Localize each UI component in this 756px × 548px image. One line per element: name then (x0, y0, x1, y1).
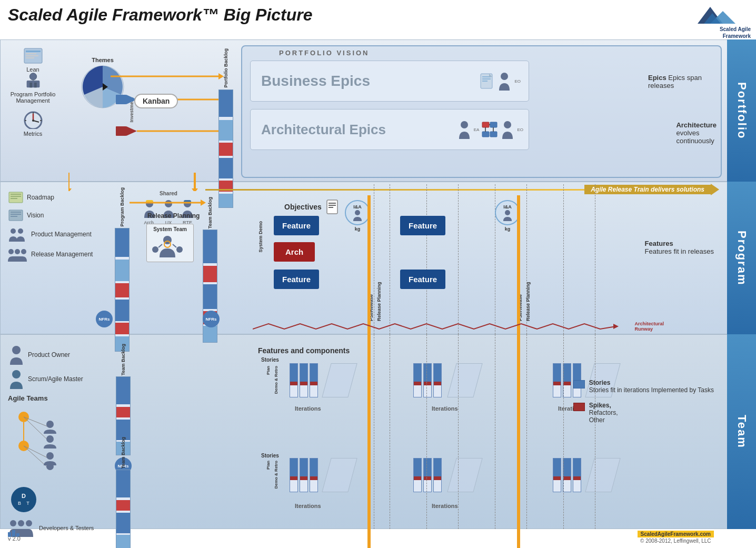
svg-point-86 (12, 346, 21, 354)
art-label: Agile Release Train delivers solutions (584, 185, 711, 194)
orange-psi-arrow-1 (367, 195, 371, 332)
svg-text:D: D (22, 493, 26, 499)
svg-point-40 (461, 121, 468, 128)
svg-point-62 (18, 228, 23, 234)
stories-label-1: Stories (261, 357, 279, 363)
logo-area: Scaled Agile Framework (667, 3, 751, 39)
eo-label-2: EO (517, 127, 523, 132)
agile-teams-hierarchy (8, 406, 92, 480)
svg-line-92 (24, 417, 50, 442)
iter-bar-t1-3 (310, 363, 318, 397)
svg-point-97 (46, 452, 54, 460)
iter-bar-t3-2 (563, 363, 571, 397)
svg-point-63 (8, 249, 14, 254)
iter-bar-b1-1 (290, 458, 298, 492)
iter-bars-top-1 (290, 363, 318, 397)
legend-area: Stories Stories fit in iterations Implem… (573, 379, 714, 424)
ppm-item: Program Portfolio Management (8, 71, 58, 104)
portfolio-backlog-label: Portfolio Backlog (223, 48, 228, 88)
team-dashed-7 (563, 334, 564, 529)
svg-point-73 (176, 246, 183, 253)
metrics-label: Metrics (24, 131, 42, 137)
ia-kg-2: kg (495, 226, 520, 232)
team-band-label: Team (727, 334, 756, 529)
iter-bar-b2-3 (433, 458, 442, 492)
team-backlog-2-label: Team Backlog (121, 437, 126, 469)
portfolio-vision-label: PORTFOLIO VISION (279, 49, 370, 57)
legend-spikes-desc: Refactors,Other (589, 409, 618, 424)
nfrs-label-program: NFRs (96, 311, 113, 327)
svg-rect-67 (146, 200, 153, 203)
team-band (0, 334, 756, 529)
themes-icon: Themes (74, 53, 132, 111)
system-team-label: System Team (149, 226, 191, 232)
dashed-line-7 (563, 184, 564, 334)
svg-rect-41 (482, 122, 489, 127)
ia-kg-1: kg (345, 226, 370, 232)
business-epics-box: Business Epics EO (250, 61, 529, 102)
iterations-label-b1: Iterations (295, 503, 321, 509)
legend-stories-box (573, 380, 585, 388)
release-planning-vert-2: Release Planning (525, 205, 531, 321)
team-dashed-3 (426, 334, 427, 529)
svg-rect-7 (26, 57, 34, 58)
nfrs-badge-team-program: NFRs (203, 311, 220, 327)
logo-icon (682, 3, 751, 26)
team-dashed-4 (458, 334, 459, 529)
ia-badge-2: I&A kg (495, 200, 520, 232)
svg-point-65 (21, 249, 26, 254)
arch-runway-label: ArchitecturalRunway (634, 321, 664, 332)
plan-label-2: Plan (266, 461, 271, 470)
svg-point-95 (46, 421, 54, 428)
epics-span-bold: Epics (648, 74, 667, 82)
svg-text:Themes: Themes (92, 57, 114, 63)
arch-epics-person-eo (500, 120, 515, 139)
arch-evolves-text2: continuously (676, 137, 717, 145)
orange-psi-arrow-down-1 (367, 332, 371, 548)
features-bold: Features (644, 240, 673, 247)
kanban-box: Kanban (134, 94, 178, 108)
legend-stories-bold: Stories (589, 379, 611, 386)
agile-teams-label: Agile Teams (8, 394, 94, 402)
ia-person-1 (352, 210, 363, 221)
arch-evolves-text: evolves (676, 129, 717, 137)
svg-text:B: B (18, 501, 21, 506)
stories-label-2: Stories (261, 453, 279, 459)
team-backlog-program-label: Team Backlog (207, 197, 213, 228)
roadmap-item: Roadmap Vision Product Management (8, 191, 93, 262)
dbt-icon: D B T (8, 485, 39, 514)
metrics-icon (23, 111, 44, 129)
feature-box-2: Feature (274, 270, 319, 289)
vision-label: Vision (27, 212, 44, 219)
architecture-evolves: Architecture evolves continuously (676, 121, 717, 145)
arch-box: Arch (274, 242, 315, 262)
copyright-domain: ScaledAgileFramework.com (638, 531, 714, 537)
svg-rect-4 (26, 51, 41, 52)
feature-box-1: Feature (274, 216, 319, 235)
ppm-label: Program Portfolio Management (8, 91, 58, 104)
ia-badge-1: I&A kg (345, 200, 370, 232)
team-backlog-1-label: Team Backlog (121, 344, 126, 375)
iter-bar-b1-3 (310, 458, 318, 492)
arch-epics-diagram (481, 121, 498, 138)
arch-evolves-bold: Architecture (676, 121, 717, 129)
iter-bar-t2-2 (423, 363, 432, 397)
product-mgmt-label: Product Management (31, 231, 92, 238)
team-hierarchy: Product Owner Scrum/Agile Master Agile T… (8, 345, 94, 537)
ia-label-2: I&A (503, 204, 512, 210)
arch-epics-text: Architectural Epics (261, 122, 386, 138)
team-backlog-2: Team Backlog NFRs (115, 437, 132, 548)
release-planning-vert-1: Release Planning (376, 205, 382, 321)
dashed-line-2 (390, 184, 390, 334)
product-mgmt-icon (8, 227, 28, 242)
team-dashed-6 (526, 334, 527, 529)
feature-box-3: Feature (400, 216, 445, 235)
svg-point-48 (504, 121, 511, 128)
svg-point-87 (12, 370, 21, 378)
iterations-label-1: Iterations (295, 405, 321, 412)
ia-person-2 (502, 210, 513, 221)
epics-span-releases: Epics Epics span releases (648, 74, 717, 89)
iter-bar-b3-2 (563, 458, 571, 492)
svg-text:T: T (26, 501, 29, 506)
copyright-year: © 2008-2012, Leffingwell, LLC (638, 538, 714, 544)
